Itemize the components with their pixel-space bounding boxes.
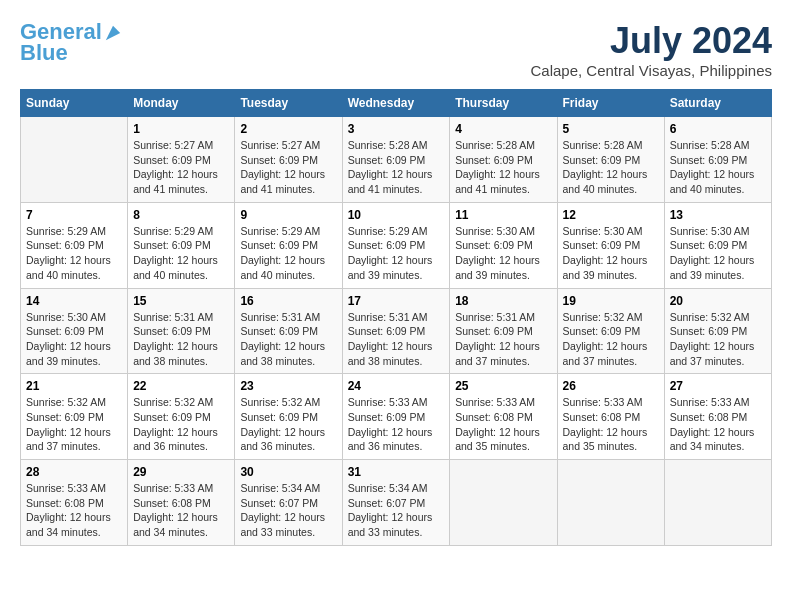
day-info: Sunrise: 5:33 AM Sunset: 6:08 PM Dayligh… [455, 395, 551, 454]
day-header-sunday: Sunday [21, 90, 128, 117]
day-number: 20 [670, 294, 766, 308]
day-info: Sunrise: 5:33 AM Sunset: 6:08 PM Dayligh… [670, 395, 766, 454]
day-number: 16 [240, 294, 336, 308]
calendar-cell: 11Sunrise: 5:30 AM Sunset: 6:09 PM Dayli… [450, 202, 557, 288]
day-number: 11 [455, 208, 551, 222]
week-row-2: 7Sunrise: 5:29 AM Sunset: 6:09 PM Daylig… [21, 202, 772, 288]
title-section: July 2024 Calape, Central Visayas, Phili… [530, 20, 772, 79]
day-header-friday: Friday [557, 90, 664, 117]
day-number: 8 [133, 208, 229, 222]
day-number: 21 [26, 379, 122, 393]
day-info: Sunrise: 5:28 AM Sunset: 6:09 PM Dayligh… [563, 138, 659, 197]
calendar-cell: 20Sunrise: 5:32 AM Sunset: 6:09 PM Dayli… [664, 288, 771, 374]
day-info: Sunrise: 5:32 AM Sunset: 6:09 PM Dayligh… [133, 395, 229, 454]
calendar-cell: 28Sunrise: 5:33 AM Sunset: 6:08 PM Dayli… [21, 460, 128, 546]
day-number: 10 [348, 208, 445, 222]
calendar-cell: 14Sunrise: 5:30 AM Sunset: 6:09 PM Dayli… [21, 288, 128, 374]
day-info: Sunrise: 5:28 AM Sunset: 6:09 PM Dayligh… [348, 138, 445, 197]
day-info: Sunrise: 5:32 AM Sunset: 6:09 PM Dayligh… [26, 395, 122, 454]
day-header-tuesday: Tuesday [235, 90, 342, 117]
day-info: Sunrise: 5:29 AM Sunset: 6:09 PM Dayligh… [240, 224, 336, 283]
day-number: 22 [133, 379, 229, 393]
calendar-cell: 2Sunrise: 5:27 AM Sunset: 6:09 PM Daylig… [235, 117, 342, 203]
logo: General Blue [20, 20, 122, 66]
calendar-cell: 12Sunrise: 5:30 AM Sunset: 6:09 PM Dayli… [557, 202, 664, 288]
day-info: Sunrise: 5:28 AM Sunset: 6:09 PM Dayligh… [455, 138, 551, 197]
day-info: Sunrise: 5:34 AM Sunset: 6:07 PM Dayligh… [240, 481, 336, 540]
week-row-1: 1Sunrise: 5:27 AM Sunset: 6:09 PM Daylig… [21, 117, 772, 203]
calendar-cell: 17Sunrise: 5:31 AM Sunset: 6:09 PM Dayli… [342, 288, 450, 374]
calendar-cell: 13Sunrise: 5:30 AM Sunset: 6:09 PM Dayli… [664, 202, 771, 288]
day-header-saturday: Saturday [664, 90, 771, 117]
calendar-cell: 26Sunrise: 5:33 AM Sunset: 6:08 PM Dayli… [557, 374, 664, 460]
day-number: 14 [26, 294, 122, 308]
day-number: 9 [240, 208, 336, 222]
day-number: 2 [240, 122, 336, 136]
day-header-monday: Monday [128, 90, 235, 117]
day-info: Sunrise: 5:31 AM Sunset: 6:09 PM Dayligh… [240, 310, 336, 369]
day-number: 7 [26, 208, 122, 222]
calendar-cell: 3Sunrise: 5:28 AM Sunset: 6:09 PM Daylig… [342, 117, 450, 203]
svg-marker-0 [106, 26, 120, 40]
calendar-cell [21, 117, 128, 203]
day-info: Sunrise: 5:32 AM Sunset: 6:09 PM Dayligh… [240, 395, 336, 454]
day-info: Sunrise: 5:31 AM Sunset: 6:09 PM Dayligh… [455, 310, 551, 369]
calendar-cell: 24Sunrise: 5:33 AM Sunset: 6:09 PM Dayli… [342, 374, 450, 460]
calendar-cell: 6Sunrise: 5:28 AM Sunset: 6:09 PM Daylig… [664, 117, 771, 203]
day-info: Sunrise: 5:34 AM Sunset: 6:07 PM Dayligh… [348, 481, 445, 540]
calendar-cell: 7Sunrise: 5:29 AM Sunset: 6:09 PM Daylig… [21, 202, 128, 288]
day-number: 4 [455, 122, 551, 136]
calendar-cell: 5Sunrise: 5:28 AM Sunset: 6:09 PM Daylig… [557, 117, 664, 203]
day-number: 15 [133, 294, 229, 308]
calendar-cell: 16Sunrise: 5:31 AM Sunset: 6:09 PM Dayli… [235, 288, 342, 374]
day-number: 19 [563, 294, 659, 308]
page-header: General Blue July 2024 Calape, Central V… [20, 20, 772, 79]
calendar-cell: 15Sunrise: 5:31 AM Sunset: 6:09 PM Dayli… [128, 288, 235, 374]
day-info: Sunrise: 5:31 AM Sunset: 6:09 PM Dayligh… [348, 310, 445, 369]
day-info: Sunrise: 5:29 AM Sunset: 6:09 PM Dayligh… [133, 224, 229, 283]
calendar-body: 1Sunrise: 5:27 AM Sunset: 6:09 PM Daylig… [21, 117, 772, 546]
main-title: July 2024 [530, 20, 772, 62]
day-number: 18 [455, 294, 551, 308]
week-row-4: 21Sunrise: 5:32 AM Sunset: 6:09 PM Dayli… [21, 374, 772, 460]
day-number: 26 [563, 379, 659, 393]
calendar-cell: 30Sunrise: 5:34 AM Sunset: 6:07 PM Dayli… [235, 460, 342, 546]
day-header-wednesday: Wednesday [342, 90, 450, 117]
day-info: Sunrise: 5:32 AM Sunset: 6:09 PM Dayligh… [563, 310, 659, 369]
week-row-3: 14Sunrise: 5:30 AM Sunset: 6:09 PM Dayli… [21, 288, 772, 374]
calendar-cell [664, 460, 771, 546]
calendar-cell: 27Sunrise: 5:33 AM Sunset: 6:08 PM Dayli… [664, 374, 771, 460]
day-info: Sunrise: 5:33 AM Sunset: 6:08 PM Dayligh… [133, 481, 229, 540]
day-info: Sunrise: 5:27 AM Sunset: 6:09 PM Dayligh… [133, 138, 229, 197]
day-number: 12 [563, 208, 659, 222]
calendar-cell: 23Sunrise: 5:32 AM Sunset: 6:09 PM Dayli… [235, 374, 342, 460]
day-number: 25 [455, 379, 551, 393]
subtitle: Calape, Central Visayas, Philippines [530, 62, 772, 79]
calendar-cell: 4Sunrise: 5:28 AM Sunset: 6:09 PM Daylig… [450, 117, 557, 203]
day-number: 30 [240, 465, 336, 479]
calendar-cell: 31Sunrise: 5:34 AM Sunset: 6:07 PM Dayli… [342, 460, 450, 546]
day-number: 28 [26, 465, 122, 479]
calendar-cell: 21Sunrise: 5:32 AM Sunset: 6:09 PM Dayli… [21, 374, 128, 460]
day-number: 13 [670, 208, 766, 222]
day-number: 5 [563, 122, 659, 136]
calendar-cell [450, 460, 557, 546]
calendar-cell [557, 460, 664, 546]
day-info: Sunrise: 5:29 AM Sunset: 6:09 PM Dayligh… [26, 224, 122, 283]
day-info: Sunrise: 5:33 AM Sunset: 6:09 PM Dayligh… [348, 395, 445, 454]
day-number: 1 [133, 122, 229, 136]
day-number: 29 [133, 465, 229, 479]
calendar-table: SundayMondayTuesdayWednesdayThursdayFrid… [20, 89, 772, 546]
day-number: 17 [348, 294, 445, 308]
day-info: Sunrise: 5:29 AM Sunset: 6:09 PM Dayligh… [348, 224, 445, 283]
calendar-cell: 9Sunrise: 5:29 AM Sunset: 6:09 PM Daylig… [235, 202, 342, 288]
day-number: 31 [348, 465, 445, 479]
day-number: 3 [348, 122, 445, 136]
day-info: Sunrise: 5:33 AM Sunset: 6:08 PM Dayligh… [563, 395, 659, 454]
calendar-cell: 18Sunrise: 5:31 AM Sunset: 6:09 PM Dayli… [450, 288, 557, 374]
day-info: Sunrise: 5:33 AM Sunset: 6:08 PM Dayligh… [26, 481, 122, 540]
day-info: Sunrise: 5:28 AM Sunset: 6:09 PM Dayligh… [670, 138, 766, 197]
day-info: Sunrise: 5:30 AM Sunset: 6:09 PM Dayligh… [563, 224, 659, 283]
day-info: Sunrise: 5:30 AM Sunset: 6:09 PM Dayligh… [455, 224, 551, 283]
calendar-cell: 8Sunrise: 5:29 AM Sunset: 6:09 PM Daylig… [128, 202, 235, 288]
